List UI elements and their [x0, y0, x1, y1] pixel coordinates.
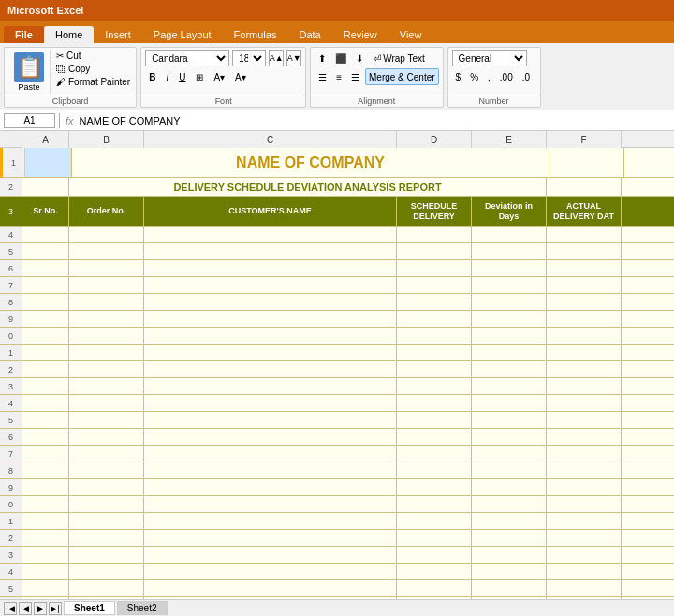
font-color-button[interactable]: A▾: [231, 68, 250, 85]
cell-c-7[interactable]: [144, 277, 397, 293]
tab-insert[interactable]: Insert: [94, 26, 142, 43]
cell-b-25[interactable]: [69, 580, 144, 596]
cell-d-22[interactable]: [397, 530, 472, 546]
cell-a-17[interactable]: [22, 446, 69, 462]
cell-a-23[interactable]: [22, 547, 69, 563]
cell-f-23[interactable]: [547, 547, 622, 563]
paste-button[interactable]: 📋 Paste: [8, 50, 51, 94]
cell-f-17[interactable]: [547, 446, 622, 462]
cell-d-20[interactable]: [397, 496, 472, 512]
cell-d-6[interactable]: [397, 260, 472, 276]
cell-b2[interactable]: DELIVERY SCHEDULE DEVIATION ANALYSIS REP…: [69, 178, 547, 196]
cell-a-9[interactable]: [22, 311, 69, 327]
number-format-select[interactable]: General: [452, 50, 527, 66]
col-header-a[interactable]: A: [22, 131, 69, 148]
cell-e-7[interactable]: [472, 277, 547, 293]
cell-a-21[interactable]: [22, 513, 69, 529]
cell-b-7[interactable]: [69, 277, 144, 293]
cell-a-19[interactable]: [22, 479, 69, 495]
cell-e-5[interactable]: [472, 243, 547, 259]
cell-e-8[interactable]: [472, 294, 547, 310]
col-header-d[interactable]: D: [397, 131, 472, 148]
cell-b-15[interactable]: [69, 412, 144, 428]
cell-a1[interactable]: [25, 148, 72, 177]
cell-c-10[interactable]: [144, 328, 397, 344]
underline-button[interactable]: U: [175, 68, 189, 85]
cell-d-17[interactable]: [397, 446, 472, 462]
cell-f-24[interactable]: [547, 564, 622, 579]
cell-b-5[interactable]: [69, 243, 144, 259]
cell-d-19[interactable]: [397, 479, 472, 495]
cell-b-13[interactable]: [69, 378, 144, 394]
cell-d-4[interactable]: [397, 227, 472, 242]
cell-e-16[interactable]: [472, 429, 547, 445]
tab-page-layout[interactable]: Page Layout: [142, 26, 223, 43]
cell-c-21[interactable]: [144, 513, 397, 529]
align-right-button[interactable]: ☰: [347, 68, 363, 85]
header-deviation-days[interactable]: Deviation in Days: [472, 197, 547, 226]
cell-a-18[interactable]: [22, 462, 69, 478]
cell-a-5[interactable]: [22, 243, 69, 259]
cell-f-21[interactable]: [547, 513, 622, 529]
header-actual-delivery[interactable]: ACTUAL DELIVERY DAT: [547, 197, 622, 226]
cell-b-8[interactable]: [69, 294, 144, 310]
cell-c-16[interactable]: [144, 429, 397, 445]
col-header-f[interactable]: F: [547, 131, 622, 148]
cell-f-10[interactable]: [547, 328, 622, 344]
cell-d-7[interactable]: [397, 277, 472, 293]
cell-a-16[interactable]: [22, 429, 69, 445]
cell-f-7[interactable]: [547, 277, 622, 293]
cell-b-23[interactable]: [69, 547, 144, 563]
cell-f-19[interactable]: [547, 479, 622, 495]
cell-b-6[interactable]: [69, 260, 144, 276]
cell-c-18[interactable]: [144, 462, 397, 478]
cell-b-18[interactable]: [69, 462, 144, 478]
cell-e-17[interactable]: [472, 446, 547, 462]
align-middle-button[interactable]: ⬛: [331, 50, 350, 66]
cell-reference-input[interactable]: [4, 113, 55, 128]
wrap-text-button[interactable]: ⏎ Wrap Text: [369, 50, 430, 66]
cell-f-18[interactable]: [547, 462, 622, 478]
tab-data[interactable]: Data: [287, 26, 331, 43]
cell-c-24[interactable]: [144, 564, 397, 579]
cell-b-11[interactable]: [69, 345, 144, 360]
cell-f-6[interactable]: [547, 260, 622, 276]
col-header-c[interactable]: C: [144, 131, 397, 148]
align-top-button[interactable]: ⬆: [315, 50, 330, 66]
cell-d-24[interactable]: [397, 564, 472, 579]
cell-a-15[interactable]: [22, 412, 69, 428]
cell-b1[interactable]: NAME OF COMPANY: [72, 148, 549, 177]
col-header-b[interactable]: B: [69, 131, 144, 148]
cell-e-21[interactable]: [472, 513, 547, 529]
cell-e-19[interactable]: [472, 479, 547, 495]
cell-d-16[interactable]: [397, 429, 472, 445]
cell-f-13[interactable]: [547, 378, 622, 394]
cell-d-23[interactable]: [397, 547, 472, 563]
cell-d-13[interactable]: [397, 378, 472, 394]
cell-e-20[interactable]: [472, 496, 547, 512]
cell-a-10[interactable]: [22, 328, 69, 344]
align-bottom-button[interactable]: ⬇: [352, 50, 367, 66]
cell-b-16[interactable]: [69, 429, 144, 445]
cell-e-24[interactable]: [472, 564, 547, 579]
cell-f-22[interactable]: [547, 530, 622, 546]
cell-a-12[interactable]: [22, 361, 69, 377]
percent-button[interactable]: %: [466, 68, 482, 85]
sheet-nav-first[interactable]: |◀: [4, 602, 17, 615]
cell-f-8[interactable]: [547, 294, 622, 310]
cell-c-12[interactable]: [144, 361, 397, 377]
formula-input[interactable]: [80, 115, 670, 126]
cell-b-20[interactable]: [69, 496, 144, 512]
header-customer-name[interactable]: CUSTOMER'S NAME: [144, 197, 397, 226]
merge-center-button[interactable]: Merge & Center: [365, 68, 439, 85]
cell-d-12[interactable]: [397, 361, 472, 377]
align-left-button[interactable]: ☰: [315, 68, 330, 85]
cell-d-9[interactable]: [397, 311, 472, 327]
align-center-button[interactable]: ≡: [332, 68, 345, 85]
comma-button[interactable]: ,: [484, 68, 494, 85]
cell-a-24[interactable]: [22, 564, 69, 579]
font-name-select[interactable]: Candara: [145, 50, 229, 66]
cell-f-12[interactable]: [547, 361, 622, 377]
cell-e-13[interactable]: [472, 378, 547, 394]
increase-font-button[interactable]: A▲: [269, 50, 284, 66]
